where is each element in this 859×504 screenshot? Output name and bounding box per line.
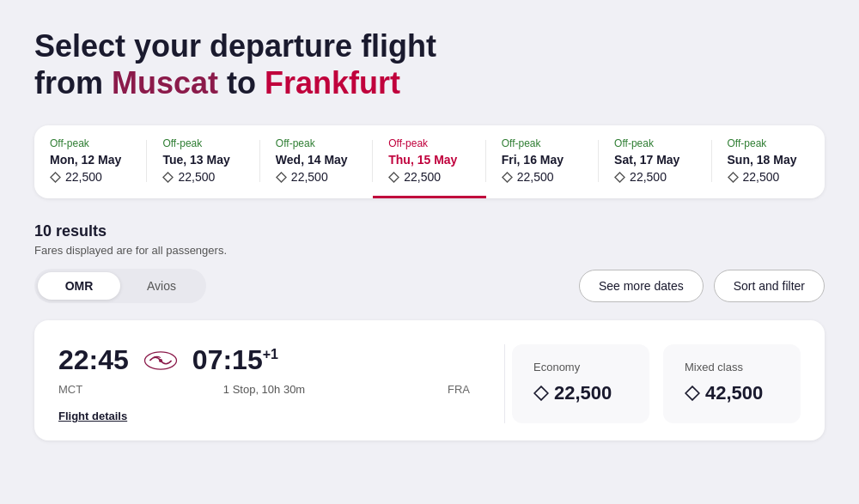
off-peak-label: Off-peak [388, 137, 470, 149]
off-peak-label: Off-peak [502, 137, 583, 149]
price-value: 22,500 [291, 170, 328, 184]
price-value: 22,500 [517, 170, 554, 184]
off-peak-label: Off-peak [50, 137, 131, 149]
date-label: Sun, 18 May [728, 153, 809, 167]
avios-fare-icon [533, 386, 549, 401]
origin-city: Muscat [112, 65, 218, 100]
price-value: 22,500 [743, 170, 780, 184]
price-value: 22,500 [178, 170, 215, 184]
toggle-avios[interactable]: Avios [120, 272, 203, 300]
fare-price-value: 22,500 [554, 382, 612, 404]
avios-icon [276, 172, 287, 183]
svg-marker-3 [389, 173, 399, 182]
svg-marker-2 [277, 173, 286, 182]
flight-details-link[interactable]: Flight details [58, 410, 127, 422]
date-label: Thu, 15 May [388, 153, 470, 167]
results-header: 10 results Fares displayed are for all p… [34, 222, 825, 257]
sort-filter-button[interactable]: Sort and filter [714, 270, 825, 302]
fare-price-value: 42,500 [705, 382, 763, 404]
date-label: Tue, 13 May [162, 153, 244, 167]
off-peak-label: Off-peak [162, 137, 244, 149]
price-value: 22,500 [404, 170, 441, 184]
price-value: 22,500 [630, 170, 667, 184]
svg-marker-6 [728, 173, 737, 182]
currency-toggle[interactable]: OMR Avios [34, 269, 206, 303]
arrival-time: 07:15+1 [192, 344, 278, 376]
price-row: 22,500 [276, 170, 357, 184]
flight-airports: MCT 1 Stop, 10h 30m FRA [58, 383, 470, 396]
departure-code: MCT [58, 383, 93, 396]
fare-divider [504, 344, 505, 423]
flight-card: 22:45 07:15+1 MCT [34, 320, 825, 440]
destination-city: Frankfurt [265, 65, 400, 100]
price-row: 22,500 [502, 170, 583, 184]
arrival-code: FRA [436, 383, 470, 396]
date-item-fri16[interactable]: Off-peakFri, 16 May22,500 [486, 125, 599, 198]
off-peak-label: Off-peak [614, 137, 696, 149]
fare-options: Economy22,500Mixed class42,500 [512, 344, 801, 423]
price-row: 22,500 [614, 170, 696, 184]
svg-marker-1 [163, 173, 173, 182]
date-selector: Off-peakMon, 12 May22,500Off-peakTue, 13… [34, 125, 825, 198]
price-row: 22,500 [50, 170, 131, 184]
fare-class-label: Economy [533, 361, 628, 373]
svg-point-8 [159, 359, 162, 362]
avios-icon [388, 172, 399, 183]
date-item-tue13[interactable]: Off-peakTue, 13 May22,500 [147, 125, 259, 198]
date-item-sun18[interactable]: Off-peakSun, 18 May22,500 [712, 125, 825, 198]
svg-marker-10 [685, 387, 699, 401]
date-item-sat17[interactable]: Off-peakSat, 17 May22,500 [599, 125, 711, 198]
fare-price-row: 22,500 [533, 382, 628, 404]
avios-icon [50, 172, 61, 183]
flight-main: 22:45 07:15+1 MCT [58, 344, 497, 423]
price-row: 22,500 [728, 170, 809, 184]
results-note: Fares displayed are for all passengers. [34, 244, 825, 257]
svg-marker-5 [615, 173, 624, 182]
avios-icon [728, 172, 739, 183]
off-peak-label: Off-peak [728, 137, 809, 149]
avios-icon [162, 172, 174, 183]
see-more-dates-button[interactable]: See more dates [579, 270, 704, 302]
page-container: Select your departure flight from Muscat… [34, 27, 825, 440]
departure-time: 22:45 [58, 344, 129, 376]
page-title: Select your departure flight from Muscat… [34, 27, 825, 101]
svg-marker-9 [534, 387, 548, 401]
svg-marker-0 [51, 173, 60, 182]
fare-card-mixed-class[interactable]: Mixed class42,500 [663, 344, 801, 423]
date-label: Sat, 17 May [614, 153, 696, 167]
avios-icon [502, 172, 513, 183]
date-label: Fri, 16 May [502, 153, 583, 167]
off-peak-label: Off-peak [276, 137, 357, 149]
toggle-omr[interactable]: OMR [38, 272, 120, 300]
date-item-wed14[interactable]: Off-peakWed, 14 May22,500 [260, 125, 373, 198]
avios-fare-icon [685, 386, 700, 401]
price-value: 22,500 [65, 170, 102, 184]
flight-times: 22:45 07:15+1 [58, 344, 470, 376]
fare-price-row: 42,500 [685, 382, 779, 404]
price-row: 22,500 [388, 170, 470, 184]
date-label: Mon, 12 May [50, 153, 131, 167]
avios-icon [614, 172, 625, 183]
results-count: 10 results [34, 222, 825, 240]
date-item-thu15[interactable]: Off-peakThu, 15 May22,500 [373, 125, 485, 198]
fare-class-label: Mixed class [685, 361, 779, 373]
date-label: Wed, 14 May [276, 153, 357, 167]
controls-row: OMR Avios See more dates Sort and filter [34, 269, 825, 303]
fare-card-economy[interactable]: Economy22,500 [512, 344, 649, 423]
date-item-mon12[interactable]: Off-peakMon, 12 May22,500 [34, 125, 147, 198]
svg-marker-4 [503, 173, 512, 182]
airline-logo [143, 349, 179, 373]
stops-info: 1 Stop, 10h 30m [107, 383, 422, 396]
price-row: 22,500 [162, 170, 244, 184]
